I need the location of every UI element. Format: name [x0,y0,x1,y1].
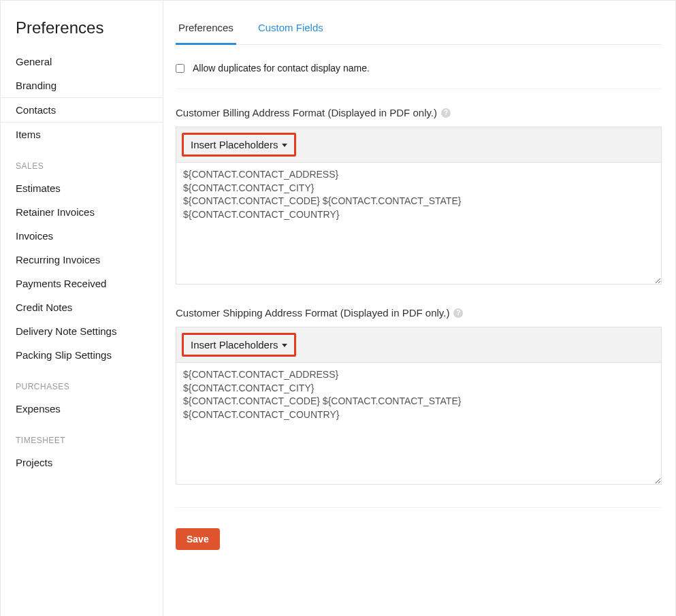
save-row: Save [176,507,662,550]
sidebar-section-purchases: PURCHASES [1,367,163,397]
caret-down-icon [282,144,287,147]
sidebar-item-payments-received[interactable]: Payments Received [1,272,163,295]
shipping-dropdown-label: Insert Placeholders [191,339,278,351]
tab-preferences[interactable]: Preferences [176,16,236,45]
sidebar-item-estimates[interactable]: Estimates [1,176,163,200]
allow-duplicates-row: Allow duplicates for contact display nam… [176,63,662,89]
tab-custom-fields[interactable]: Custom Fields [255,16,326,45]
help-icon: ? [453,308,463,318]
billing-format-block: Customer Billing Address Format (Display… [176,107,662,287]
sidebar-section-timesheet: TIMESHEET [1,421,163,451]
shipping-format-block: Customer Shipping Address Format (Displa… [176,307,662,487]
shipping-format-label-text: Customer Shipping Address Format (Displa… [176,307,449,319]
billing-placeholder-bar: Insert Placeholders [176,127,662,162]
sidebar-item-projects[interactable]: Projects [1,451,163,474]
sidebar-item-expenses[interactable]: Expenses [1,397,163,421]
sidebar-item-branding[interactable]: Branding [1,74,163,97]
sidebar-item-packing-slip-settings[interactable]: Packing Slip Settings [1,343,163,367]
help-icon: ? [441,108,451,118]
sidebar-item-contacts[interactable]: Contacts [1,97,163,123]
main-panel: PreferencesCustom Fields Allow duplicate… [163,1,676,616]
sidebar-item-general[interactable]: General [1,50,163,74]
allow-duplicates-checkbox[interactable] [176,64,184,73]
tabs: PreferencesCustom Fields [176,1,662,45]
caret-down-icon [282,344,287,347]
shipping-placeholder-bar: Insert Placeholders [176,327,662,362]
shipping-format-label: Customer Shipping Address Format (Displa… [176,307,662,319]
sidebar-top-nav: GeneralBrandingContactsItems [1,50,163,146]
billing-dropdown-label: Insert Placeholders [191,139,278,150]
sidebar: Preferences GeneralBrandingContactsItems… [0,1,163,616]
billing-format-label: Customer Billing Address Format (Display… [176,107,662,118]
sidebar-section-sales: SALES [1,146,163,176]
sidebar-item-retainer-invoices[interactable]: Retainer Invoices [1,200,163,224]
billing-format-textarea[interactable] [176,162,662,285]
content: Allow duplicates for contact display nam… [176,45,675,550]
billing-format-label-text: Customer Billing Address Format (Display… [176,107,437,118]
sidebar-item-credit-notes[interactable]: Credit Notes [1,295,163,319]
sidebar-item-delivery-note-settings[interactable]: Delivery Note Settings [1,319,163,343]
save-button[interactable]: Save [176,528,220,550]
billing-insert-placeholders-dropdown[interactable]: Insert Placeholders [182,133,296,157]
sidebar-item-recurring-invoices[interactable]: Recurring Invoices [1,248,163,272]
shipping-format-textarea[interactable] [176,362,662,485]
sidebar-item-items[interactable]: Items [1,123,163,146]
shipping-insert-placeholders-dropdown[interactable]: Insert Placeholders [182,333,296,357]
allow-duplicates-label: Allow duplicates for contact display nam… [193,63,370,74]
sidebar-title: Preferences [1,1,163,50]
sidebar-item-invoices[interactable]: Invoices [1,224,163,248]
